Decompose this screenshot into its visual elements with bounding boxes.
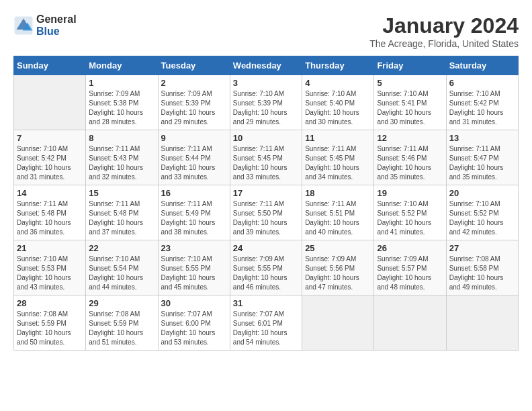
day-number: 11 <box>305 133 371 143</box>
day-number: 31 <box>233 298 299 308</box>
header-tuesday: Tuesday <box>158 56 230 75</box>
logo-blue: Blue <box>36 26 77 38</box>
day-info: Sunrise: 7:11 AM Sunset: 5:47 PM Dayligh… <box>449 144 515 182</box>
day-number: 12 <box>377 133 443 143</box>
day-info: Sunrise: 7:08 AM Sunset: 5:58 PM Dayligh… <box>449 255 515 292</box>
day-info: Sunrise: 7:10 AM Sunset: 5:52 PM Dayligh… <box>449 199 515 237</box>
header-wednesday: Wednesday <box>230 56 302 75</box>
day-number: 23 <box>161 243 227 253</box>
day-info: Sunrise: 7:11 AM Sunset: 5:48 PM Dayligh… <box>89 199 154 237</box>
calendar-cell: 26Sunrise: 7:09 AM Sunset: 5:57 PM Dayli… <box>374 240 446 295</box>
day-info: Sunrise: 7:10 AM Sunset: 5:55 PM Dayligh… <box>161 255 227 292</box>
day-info: Sunrise: 7:10 AM Sunset: 5:42 PM Dayligh… <box>17 144 83 182</box>
calendar-cell: 14Sunrise: 7:11 AM Sunset: 5:48 PM Dayli… <box>14 185 86 240</box>
day-info: Sunrise: 7:08 AM Sunset: 5:59 PM Dayligh… <box>17 310 83 347</box>
calendar-cell: 9Sunrise: 7:11 AM Sunset: 5:44 PM Daylig… <box>158 130 230 185</box>
calendar-cell: 1Sunrise: 7:09 AM Sunset: 5:38 PM Daylig… <box>86 75 158 130</box>
day-number: 3 <box>233 78 299 88</box>
day-number: 4 <box>305 78 371 88</box>
header-friday: Friday <box>374 56 446 75</box>
day-number: 21 <box>17 243 83 253</box>
day-info: Sunrise: 7:10 AM Sunset: 5:54 PM Dayligh… <box>89 255 154 292</box>
calendar-week-5: 28Sunrise: 7:08 AM Sunset: 5:59 PM Dayli… <box>14 295 519 351</box>
day-number: 8 <box>89 133 154 143</box>
calendar-cell: 3Sunrise: 7:10 AM Sunset: 5:39 PM Daylig… <box>230 75 302 130</box>
header-thursday: Thursday <box>302 56 374 75</box>
calendar-cell: 23Sunrise: 7:10 AM Sunset: 5:55 PM Dayli… <box>158 240 230 295</box>
day-info: Sunrise: 7:09 AM Sunset: 5:55 PM Dayligh… <box>233 255 299 292</box>
calendar-cell <box>446 295 518 351</box>
calendar-week-3: 14Sunrise: 7:11 AM Sunset: 5:48 PM Dayli… <box>14 185 519 240</box>
calendar-cell: 10Sunrise: 7:11 AM Sunset: 5:45 PM Dayli… <box>230 130 302 185</box>
calendar-cell: 29Sunrise: 7:08 AM Sunset: 5:59 PM Dayli… <box>86 295 158 351</box>
calendar-cell: 30Sunrise: 7:07 AM Sunset: 6:00 PM Dayli… <box>158 295 230 351</box>
day-number: 10 <box>233 133 299 143</box>
calendar-cell: 8Sunrise: 7:11 AM Sunset: 5:43 PM Daylig… <box>86 130 158 185</box>
day-number: 18 <box>305 188 371 198</box>
calendar-title: January 2024 <box>369 13 519 38</box>
day-number: 30 <box>161 298 227 308</box>
logo-general: General <box>36 13 77 26</box>
calendar-cell <box>302 295 374 351</box>
day-info: Sunrise: 7:09 AM Sunset: 5:56 PM Dayligh… <box>305 255 371 292</box>
day-info: Sunrise: 7:11 AM Sunset: 5:48 PM Dayligh… <box>17 199 83 237</box>
calendar-cell: 18Sunrise: 7:11 AM Sunset: 5:51 PM Dayli… <box>302 185 374 240</box>
day-info: Sunrise: 7:08 AM Sunset: 5:59 PM Dayligh… <box>89 310 154 347</box>
day-number: 25 <box>305 243 371 253</box>
calendar-week-4: 21Sunrise: 7:10 AM Sunset: 5:53 PM Dayli… <box>14 240 519 295</box>
header-sunday: Sunday <box>14 56 86 75</box>
calendar-cell: 24Sunrise: 7:09 AM Sunset: 5:55 PM Dayli… <box>230 240 302 295</box>
calendar-subtitle: The Acreage, Florida, United States <box>369 38 519 49</box>
header-monday: Monday <box>86 56 158 75</box>
day-number: 28 <box>17 298 83 308</box>
calendar-header: Sunday Monday Tuesday Wednesday Thursday… <box>14 56 519 75</box>
day-number: 27 <box>449 243 515 253</box>
header-row: Sunday Monday Tuesday Wednesday Thursday… <box>14 56 519 75</box>
day-info: Sunrise: 7:10 AM Sunset: 5:39 PM Dayligh… <box>233 89 299 127</box>
day-info: Sunrise: 7:07 AM Sunset: 6:01 PM Dayligh… <box>233 310 299 347</box>
calendar-week-1: 1Sunrise: 7:09 AM Sunset: 5:38 PM Daylig… <box>14 75 519 130</box>
header-saturday: Saturday <box>446 56 518 75</box>
day-info: Sunrise: 7:10 AM Sunset: 5:41 PM Dayligh… <box>377 89 443 127</box>
day-info: Sunrise: 7:11 AM Sunset: 5:45 PM Dayligh… <box>305 144 371 182</box>
day-number: 15 <box>89 188 154 198</box>
calendar-cell <box>14 75 86 130</box>
calendar-cell: 12Sunrise: 7:11 AM Sunset: 5:46 PM Dayli… <box>374 130 446 185</box>
day-number: 6 <box>449 78 515 88</box>
day-info: Sunrise: 7:11 AM Sunset: 5:46 PM Dayligh… <box>377 144 443 182</box>
logo: General Blue <box>13 13 77 37</box>
calendar-cell: 16Sunrise: 7:11 AM Sunset: 5:49 PM Dayli… <box>158 185 230 240</box>
day-number: 16 <box>161 188 227 198</box>
day-info: Sunrise: 7:11 AM Sunset: 5:43 PM Dayligh… <box>89 144 154 182</box>
calendar-cell: 28Sunrise: 7:08 AM Sunset: 5:59 PM Dayli… <box>14 295 86 351</box>
day-number: 14 <box>17 188 83 198</box>
day-number: 29 <box>89 298 154 308</box>
calendar-cell: 25Sunrise: 7:09 AM Sunset: 5:56 PM Dayli… <box>302 240 374 295</box>
day-number: 13 <box>449 133 515 143</box>
day-info: Sunrise: 7:11 AM Sunset: 5:44 PM Dayligh… <box>161 144 227 182</box>
day-info: Sunrise: 7:10 AM Sunset: 5:53 PM Dayligh… <box>17 255 83 292</box>
logo-text: General Blue <box>36 13 77 37</box>
day-number: 22 <box>89 243 154 253</box>
calendar-cell: 31Sunrise: 7:07 AM Sunset: 6:01 PM Dayli… <box>230 295 302 351</box>
calendar-body: 1Sunrise: 7:09 AM Sunset: 5:38 PM Daylig… <box>14 75 519 351</box>
day-number: 9 <box>161 133 227 143</box>
calendar-cell: 4Sunrise: 7:10 AM Sunset: 5:40 PM Daylig… <box>302 75 374 130</box>
day-info: Sunrise: 7:07 AM Sunset: 6:00 PM Dayligh… <box>161 310 227 347</box>
day-info: Sunrise: 7:11 AM Sunset: 5:49 PM Dayligh… <box>161 199 227 237</box>
day-info: Sunrise: 7:10 AM Sunset: 5:40 PM Dayligh… <box>305 89 371 127</box>
calendar-cell: 7Sunrise: 7:10 AM Sunset: 5:42 PM Daylig… <box>14 130 86 185</box>
calendar-cell: 22Sunrise: 7:10 AM Sunset: 5:54 PM Dayli… <box>86 240 158 295</box>
calendar-table: Sunday Monday Tuesday Wednesday Thursday… <box>13 56 519 351</box>
page-header: General Blue January 2024 The Acreage, F… <box>13 13 519 49</box>
calendar-cell: 19Sunrise: 7:10 AM Sunset: 5:52 PM Dayli… <box>374 185 446 240</box>
logo-icon <box>13 15 34 36</box>
day-info: Sunrise: 7:11 AM Sunset: 5:50 PM Dayligh… <box>233 199 299 237</box>
day-info: Sunrise: 7:11 AM Sunset: 5:45 PM Dayligh… <box>233 144 299 182</box>
day-number: 19 <box>377 188 443 198</box>
day-info: Sunrise: 7:10 AM Sunset: 5:52 PM Dayligh… <box>377 199 443 237</box>
day-number: 2 <box>161 78 227 88</box>
calendar-cell: 27Sunrise: 7:08 AM Sunset: 5:58 PM Dayli… <box>446 240 518 295</box>
title-area: January 2024 The Acreage, Florida, Unite… <box>369 13 519 49</box>
calendar-cell: 21Sunrise: 7:10 AM Sunset: 5:53 PM Dayli… <box>14 240 86 295</box>
